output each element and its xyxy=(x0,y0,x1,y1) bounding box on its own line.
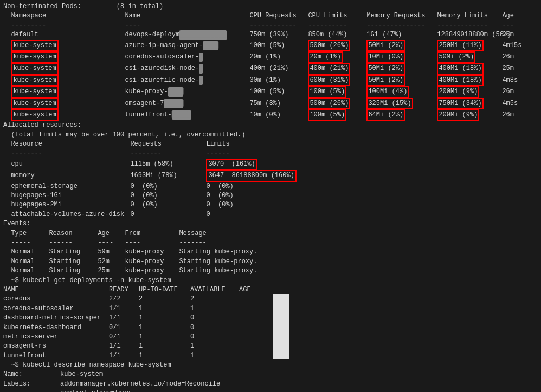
events-dashes: -------------------------- xyxy=(3,238,538,247)
events-header: Events: xyxy=(3,219,538,228)
event-type-1: Normal xyxy=(11,247,49,257)
kubectl-describe-cmd: ~$ kubectl describe namespace kube-syste… xyxy=(3,361,538,370)
white-rect xyxy=(273,294,289,359)
kubectl-deployments-cmd: ~$ kubectl get deployments -n kube-syste… xyxy=(3,276,538,285)
deployments-table: NAMEREADYUP-TO-DATEAVAILABLEAGE coredns2… xyxy=(3,285,538,361)
event-row-3: NormalStarting25mkube-proxyStarting kube… xyxy=(3,266,538,276)
terminal-content: Non-terminated Pods: (8 in total) Namesp… xyxy=(0,0,541,392)
dep-k8s-dashboard: kubernetes-dashboard0/110 xyxy=(3,323,272,332)
pod-row-ks1: kube-systemazure-ip-masq-agent-████100m … xyxy=(3,40,538,51)
describe-labels2: control-plane=true xyxy=(3,389,538,392)
pods-dashes: ----------------------------------------… xyxy=(3,21,538,30)
pods-columns-row: NamespaceNameCPU RequestsCPU LimitsMemor… xyxy=(3,11,538,21)
pod-row-ks7: kube-systemtunnelfront-█████10m (0%)100m… xyxy=(3,109,538,121)
dep-tunnelfront: tunnelfront1/111 xyxy=(3,351,272,361)
alloc-hugepages2: hugepages-2Mi0 (0%)0 (0%) xyxy=(3,200,538,210)
event-row-2: NormalStarting52mkube-proxyStarting kube… xyxy=(3,257,538,266)
dep-omsagent: omsagent-rs1/111 xyxy=(3,342,272,351)
alloc-col-header: ResourceRequestsLimits xyxy=(3,140,538,149)
pod-row-ks2: kube-systemcoredns-autoscaler-█20m (1%)2… xyxy=(3,51,538,63)
describe-name: Name:kube-system xyxy=(3,370,538,379)
alloc-memory: memory1693Mi (78%)3647 86188800m (160%) xyxy=(3,170,538,181)
alloc-cpu: cpu1115m (58%)3070 (161%) xyxy=(3,159,538,170)
alloc-hugepages1: hugepages-1Gi0 (0%)0 (0%) xyxy=(3,191,538,200)
alloc-col-dashes: ---------------------- xyxy=(3,149,538,158)
memory-requests-header: Memory Requests xyxy=(366,11,437,21)
dep-coredns-auto: coredns-autoscaler1/111 xyxy=(3,304,272,313)
alloc-volumes: attachable-volumes-azure-disk00 xyxy=(3,210,538,219)
events-col-header: TypeReasonAgeFromMessage xyxy=(3,229,538,238)
dep-dashboard-metrics: dashboard-metrics-scraper1/110 xyxy=(3,313,272,323)
pod-row-ks6: kube-systemomsagent-7█████75m (3%)500m (… xyxy=(3,98,538,109)
dep-metrics-server: metrics-server0/110 xyxy=(3,332,272,342)
alloc-ephemeral: ephemeral-storage0 (0%)0 (0%) xyxy=(3,182,538,191)
describe-labels: Labels:addonmanager.kubernetes.io/mode=R… xyxy=(3,380,538,389)
dep-coredns: coredns2/222 xyxy=(3,295,272,304)
pods-header-line: Non-terminated Pods: (8 in total) xyxy=(3,2,538,11)
terminal-window: Non-terminated Pods: (8 in total) Namesp… xyxy=(0,0,541,392)
dep-col-name: NAMEREADYUP-TO-DATEAVAILABLEAGE xyxy=(3,285,272,295)
pod-row-ks5: kube-systemkube-proxy-████100m (5%)100m … xyxy=(3,86,538,97)
pod-row-ks3: kube-systemcsi-azuredisk-node-█400m (21%… xyxy=(3,63,538,74)
pod-row-ks4: kube-systemcsi-azurefile-node-█30m (1%)6… xyxy=(3,75,538,86)
pod-row-default: defaultdevops-deploym████████████750m (3… xyxy=(3,30,538,40)
allocated-header: Allocated resources: xyxy=(3,121,538,130)
allocated-note: (Total limits may be over 100 percent, i… xyxy=(3,130,538,140)
event-row-1: NormalStarting59mkube-proxyStarting kube… xyxy=(3,247,538,257)
